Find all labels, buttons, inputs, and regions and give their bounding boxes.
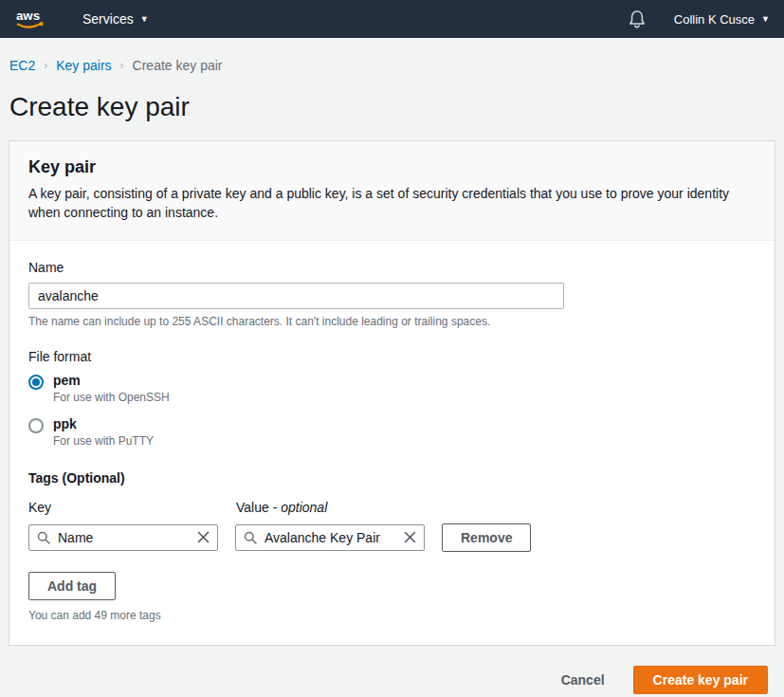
services-menu[interactable]: Services ▼ bbox=[82, 11, 149, 27]
tag-value-label: Value - optional bbox=[236, 500, 327, 515]
card-header: Key pair A key pair, consisting of a pri… bbox=[9, 141, 775, 241]
tag-key-label: Key bbox=[28, 500, 236, 515]
radio-pem-description: For use with OpenSSH bbox=[53, 391, 170, 404]
notifications-bell-icon[interactable] bbox=[629, 9, 646, 28]
card-body: Name The name can include up to 255 ASCI… bbox=[9, 241, 775, 645]
file-format-label: File format bbox=[28, 349, 756, 364]
radio-dot bbox=[32, 378, 40, 386]
svg-text:aws: aws bbox=[16, 9, 40, 23]
form-actions: Cancel Create key pair bbox=[0, 646, 784, 694]
radio-ppk-description: For use with PuTTY bbox=[53, 434, 154, 448]
tag-key-input[interactable] bbox=[58, 530, 190, 545]
aws-logo-icon[interactable]: aws bbox=[14, 7, 50, 31]
name-field-helper-text: The name can include up to 255 ASCII cha… bbox=[28, 315, 756, 328]
breadcrumb: EC2 › Key pairs › Create key pair bbox=[0, 38, 784, 73]
user-account-menu[interactable]: Collin K Cusce ▼ bbox=[674, 12, 770, 27]
tag-row: Remove bbox=[28, 523, 756, 552]
create-key-pair-button[interactable]: Create key pair bbox=[633, 666, 768, 694]
chevron-down-icon: ▼ bbox=[761, 15, 770, 24]
clear-value-icon[interactable] bbox=[404, 531, 416, 543]
breadcrumb-link-ec2[interactable]: EC2 bbox=[9, 58, 35, 73]
radio-pem-label: pem bbox=[53, 373, 170, 388]
radio-selected-icon[interactable] bbox=[28, 375, 44, 390]
search-icon bbox=[244, 531, 257, 544]
key-pair-form-card: Key pair A key pair, consisting of a pri… bbox=[9, 140, 775, 646]
breadcrumb-separator-icon: › bbox=[44, 59, 47, 72]
tag-value-input[interactable] bbox=[264, 530, 396, 545]
radio-ppk-label: ppk bbox=[53, 416, 154, 431]
tags-section-title: Tags (Optional) bbox=[28, 470, 756, 486]
add-tag-button[interactable]: Add tag bbox=[28, 572, 116, 600]
radio-unselected-icon[interactable] bbox=[28, 418, 44, 433]
services-menu-label: Services bbox=[82, 11, 134, 27]
key-pair-name-input[interactable] bbox=[28, 283, 564, 309]
radio-option-ppk[interactable]: ppk For use with PuTTY bbox=[28, 416, 756, 448]
breadcrumb-separator-icon: › bbox=[120, 59, 124, 72]
radio-option-pem[interactable]: pem For use with OpenSSH bbox=[28, 373, 756, 404]
tag-column-labels: Key Value - optional bbox=[28, 500, 756, 515]
tag-key-input-group bbox=[28, 524, 218, 551]
top-navigation-bar: aws Services ▼ Collin K Cusce ▼ bbox=[0, 0, 784, 38]
search-icon bbox=[37, 531, 50, 544]
name-field-label: Name bbox=[28, 260, 756, 275]
breadcrumb-current-page: Create key pair bbox=[133, 58, 223, 73]
chevron-down-icon: ▼ bbox=[140, 15, 149, 24]
card-description: A key pair, consisting of a private key … bbox=[28, 184, 756, 223]
remove-tag-button[interactable]: Remove bbox=[442, 523, 531, 552]
tags-remaining-text: You can add 49 more tags bbox=[28, 609, 756, 622]
card-title: Key pair bbox=[28, 157, 756, 177]
page-title: Create key pair bbox=[0, 73, 784, 140]
clear-key-icon[interactable] bbox=[197, 531, 210, 543]
user-name: Collin K Cusce bbox=[674, 12, 755, 27]
tag-value-input-group bbox=[235, 524, 425, 551]
breadcrumb-link-key-pairs[interactable]: Key pairs bbox=[56, 58, 111, 73]
cancel-button[interactable]: Cancel bbox=[561, 672, 605, 688]
